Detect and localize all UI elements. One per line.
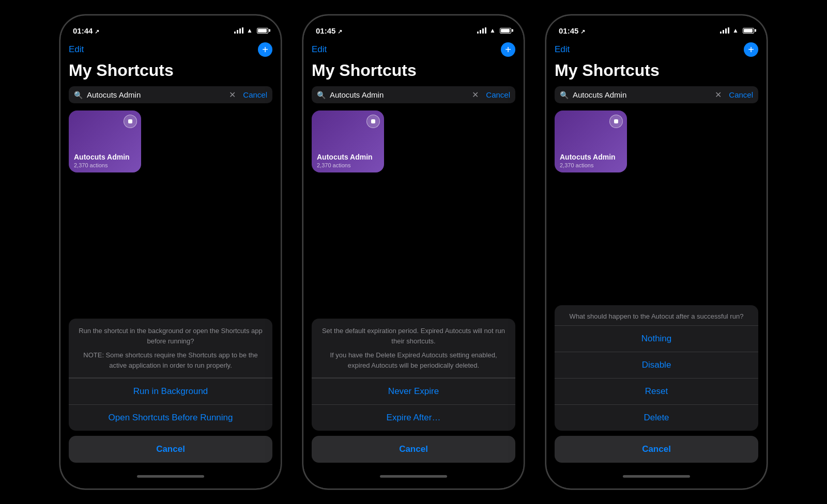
home-indicator-2 <box>303 471 524 489</box>
nav-bar-3: Edit + <box>555 38 758 59</box>
nav-bar-2: Edit + <box>312 38 515 59</box>
home-indicator-1 <box>60 471 281 489</box>
action-sheet-3: What should happen to the Autocut after … <box>555 305 758 431</box>
page-title-1: My Shortcuts <box>69 61 272 80</box>
action-item-disable[interactable]: Disable <box>555 352 758 378</box>
search-clear-2[interactable]: ✕ <box>472 90 479 100</box>
action-sheet-2: Set the default expiration period. Expir… <box>312 319 515 431</box>
shortcut-card-3[interactable]: Autocuts Admin 2,370 actions <box>555 111 627 172</box>
page-title-3: My Shortcuts <box>555 61 758 80</box>
action-header-3: What should happen to the Autocut after … <box>555 305 758 325</box>
content-3: Edit + My Shortcuts 🔍 Autocuts Admin ✕ C… <box>546 38 767 471</box>
time-1: 01:44 <box>73 26 99 35</box>
location-icon-1 <box>95 26 99 35</box>
search-bar-2[interactable]: 🔍 Autocuts Admin ✕ Cancel <box>312 86 515 103</box>
phone-3: 01:45 ▲ Edit + My Short <box>545 14 768 490</box>
wifi-icon-2: ▲ <box>489 27 496 34</box>
search-icon-2: 🔍 <box>317 91 326 99</box>
screen-3: 01:45 ▲ Edit + My Short <box>546 15 767 489</box>
search-bar-1[interactable]: 🔍 Autocuts Admin ✕ Cancel <box>69 86 272 103</box>
card-title-3: Autocuts Admin <box>560 153 616 161</box>
action-sheet-1: Run the shortcut in the background or op… <box>69 319 272 431</box>
signal-icon-2 <box>477 27 486 34</box>
card-title-2: Autocuts Admin <box>317 153 373 161</box>
screen-2: 01:45 ▲ Edit + My Short <box>303 15 524 489</box>
battery-icon-1 <box>257 28 268 34</box>
cancel-button-1[interactable]: Cancel <box>69 436 272 463</box>
action-item-delete[interactable]: Delete <box>555 404 758 431</box>
shortcut-card-1[interactable]: Autocuts Admin 2,370 actions <box>69 111 141 172</box>
search-input-1[interactable]: Autocuts Admin <box>87 90 225 99</box>
notch-1 <box>132 15 209 31</box>
card-subtitle-3: 2,370 actions <box>560 162 593 168</box>
action-item-run-background[interactable]: Run in Background <box>69 378 272 404</box>
action-item-open-shortcuts[interactable]: Open Shortcuts Before Running <box>69 404 272 431</box>
search-cancel-1[interactable]: Cancel <box>243 90 267 99</box>
card-subtitle-2: 2,370 actions <box>317 162 350 168</box>
status-icons-1: ▲ <box>234 27 268 34</box>
action-description-1: Run the shortcut in the background or op… <box>69 319 272 378</box>
phone-2: 01:45 ▲ Edit + My Short <box>302 14 525 490</box>
home-bar-2 <box>380 475 447 478</box>
card-title-1: Autocuts Admin <box>74 153 130 161</box>
location-icon-3 <box>580 26 585 35</box>
action-description-2: Set the default expiration period. Expir… <box>312 319 515 378</box>
search-input-3[interactable]: Autocuts Admin <box>573 90 711 99</box>
add-button-3[interactable]: + <box>744 42 758 57</box>
home-bar-3 <box>623 475 690 478</box>
notch-3 <box>618 15 695 31</box>
stop-icon-1 <box>128 119 132 123</box>
time-3: 01:45 <box>559 26 585 35</box>
search-icon-3: 🔍 <box>560 91 569 99</box>
home-bar-1 <box>137 475 204 478</box>
search-input-2[interactable]: Autocuts Admin <box>330 90 468 99</box>
wifi-icon-3: ▲ <box>732 27 739 34</box>
add-button-2[interactable]: + <box>501 42 515 57</box>
nav-bar-1: Edit + <box>69 38 272 59</box>
add-button-1[interactable]: + <box>258 42 272 57</box>
action-item-expire-after[interactable]: Expire After… <box>312 404 515 431</box>
stop-icon-3 <box>614 119 618 123</box>
search-clear-1[interactable]: ✕ <box>229 90 236 100</box>
cancel-button-3[interactable]: Cancel <box>555 436 758 463</box>
home-indicator-3 <box>546 471 767 489</box>
action-item-nothing[interactable]: Nothing <box>555 325 758 352</box>
stop-button-3[interactable] <box>609 115 623 128</box>
status-icons-3: ▲ <box>720 27 754 34</box>
signal-icon-3 <box>720 27 729 34</box>
stop-button-1[interactable] <box>124 115 137 128</box>
edit-button-3[interactable]: Edit <box>555 44 570 55</box>
search-cancel-2[interactable]: Cancel <box>486 90 510 99</box>
battery-icon-2 <box>500 28 511 34</box>
edit-button-1[interactable]: Edit <box>69 44 84 55</box>
stop-icon-2 <box>371 119 375 123</box>
action-item-never-expire[interactable]: Never Expire <box>312 378 515 404</box>
location-icon-2 <box>338 26 342 35</box>
cancel-button-2[interactable]: Cancel <box>312 436 515 463</box>
stop-button-2[interactable] <box>366 115 380 128</box>
status-icons-2: ▲ <box>477 27 511 34</box>
action-item-reset[interactable]: Reset <box>555 378 758 404</box>
page-title-2: My Shortcuts <box>312 61 515 80</box>
time-2: 01:45 <box>316 26 342 35</box>
phone-1: 01:44 ▲ Edit + My <box>59 14 282 490</box>
content-1: Edit + My Shortcuts 🔍 Autocuts Admin ✕ C… <box>60 38 281 471</box>
content-2: Edit + My Shortcuts 🔍 Autocuts Admin ✕ C… <box>303 38 524 471</box>
shortcut-card-2[interactable]: Autocuts Admin 2,370 actions <box>312 111 384 172</box>
card-subtitle-1: 2,370 actions <box>74 162 108 168</box>
signal-icon-1 <box>234 27 243 34</box>
battery-icon-3 <box>743 28 754 34</box>
notch-2 <box>375 15 452 31</box>
wifi-icon-1: ▲ <box>247 27 253 34</box>
search-cancel-3[interactable]: Cancel <box>729 90 753 99</box>
search-icon-1: 🔍 <box>74 91 83 99</box>
search-clear-3[interactable]: ✕ <box>715 90 722 100</box>
screen-1: 01:44 ▲ Edit + My <box>60 15 281 489</box>
edit-button-2[interactable]: Edit <box>312 44 327 55</box>
search-bar-3[interactable]: 🔍 Autocuts Admin ✕ Cancel <box>555 86 758 103</box>
